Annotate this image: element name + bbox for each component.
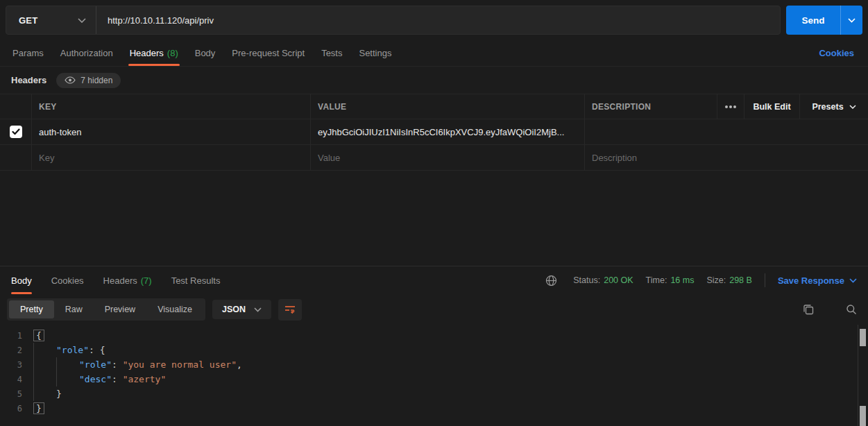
headers-table: KEY VALUE DESCRIPTION Bulk Edit Presets — [0, 94, 868, 171]
method-dropdown[interactable]: GET — [6, 6, 96, 34]
cookies-link[interactable]: Cookies — [809, 40, 864, 66]
hidden-headers-label: 7 hidden — [80, 76, 112, 85]
tab-authorization[interactable]: Authorization — [52, 40, 121, 66]
fold-marker[interactable]: { — [33, 330, 44, 341]
bulk-edit-button[interactable]: Bulk Edit — [744, 94, 800, 119]
fold-marker[interactable]: } — [33, 402, 44, 414]
tab-body[interactable]: Body — [187, 40, 224, 66]
chevron-down-icon — [848, 18, 856, 23]
header-value-cell[interactable]: eyJhbGciOiJIUzI1NiIsInR5cCI6IkpXVCJ9.eyJ… — [311, 119, 585, 144]
new-key-input[interactable]: Key — [32, 145, 311, 170]
eye-icon — [65, 76, 76, 84]
request-panel-empty-space — [0, 171, 868, 266]
scrollbar-thumb[interactable] — [860, 406, 866, 426]
status-value: 200 OK — [604, 275, 633, 285]
code-line-5: 5 } — [0, 386, 868, 401]
column-header-key: KEY — [39, 102, 57, 112]
headers-count: (8) — [167, 48, 178, 58]
chevron-down-icon — [254, 307, 262, 312]
url-text: http://10.10.11.120/api/priv — [108, 15, 214, 26]
wrap-text-icon — [284, 305, 296, 314]
time-value: 16 ms — [670, 275, 694, 285]
divider — [765, 273, 765, 287]
code-line-6: 6 } — [0, 401, 868, 416]
response-tab-test-results[interactable]: Test Results — [171, 266, 221, 294]
line-number: 4 — [0, 375, 33, 384]
view-visualize[interactable]: Visualize — [146, 300, 203, 318]
tab-headers[interactable]: Headers (8) — [121, 40, 187, 66]
indent-guide — [33, 386, 56, 401]
headers-meta-row: Headers 7 hidden — [0, 67, 868, 94]
request-tabs: Params Authorization Headers (8) Body Pr… — [0, 40, 868, 67]
view-pretty[interactable]: Pretty — [9, 300, 54, 318]
wrap-text-button[interactable] — [278, 299, 302, 321]
view-preview[interactable]: Preview — [94, 300, 146, 318]
response-tabs: Body Cookies Headers (7) Test Results St… — [0, 266, 868, 294]
save-response-button[interactable]: Save Response — [778, 275, 857, 286]
headers-table-header: KEY VALUE DESCRIPTION Bulk Edit Presets — [0, 94, 868, 119]
send-button[interactable]: Send — [786, 6, 862, 35]
indent-guide — [33, 357, 56, 372]
indent-guide — [56, 357, 79, 372]
line-number: 6 — [0, 404, 33, 414]
more-actions-icon — [725, 105, 728, 108]
tab-settings[interactable]: Settings — [350, 40, 400, 66]
line-number: 1 — [0, 331, 33, 341]
indent-guide — [33, 343, 56, 357]
response-tab-body[interactable]: Body — [11, 266, 32, 294]
send-label[interactable]: Send — [786, 6, 840, 35]
header-row-auth-token: auth-token eyJhbGciOiJIUzI1NiIsInR5cCI6I… — [0, 119, 868, 145]
column-header-value: VALUE — [318, 102, 346, 112]
search-icon[interactable] — [842, 300, 861, 319]
size-metric: Size: 298 B — [706, 275, 751, 285]
chevron-down-icon — [849, 278, 857, 283]
format-dropdown[interactable]: JSON — [212, 300, 271, 319]
indent-guide — [56, 372, 79, 386]
request-bar: GET http://10.10.11.120/api/priv — [6, 6, 781, 35]
header-select-column — [0, 94, 32, 119]
response-tab-headers[interactable]: Headers (7) — [103, 266, 152, 294]
header-key-cell[interactable]: auth-token — [32, 119, 311, 144]
column-header-description: DESCRIPTION — [592, 102, 651, 112]
code-line-3: 3 "role": "you are normal user", — [0, 357, 868, 372]
line-number: 3 — [0, 360, 33, 370]
tab-params[interactable]: Params — [4, 40, 52, 66]
row-checkbox[interactable] — [10, 126, 22, 138]
line-number: 5 — [0, 389, 33, 399]
hidden-headers-toggle[interactable]: 7 hidden — [56, 73, 121, 88]
scrollbar-thumb[interactable] — [860, 329, 866, 346]
response-panel: Body Cookies Headers (7) Test Results St… — [0, 266, 868, 426]
status-metric: Status: 200 OK — [573, 275, 633, 285]
header-row-empty: Key Value Description — [0, 145, 868, 171]
view-mode-switch: Pretty Raw Preview Visualize — [7, 298, 205, 321]
tab-tests[interactable]: Tests — [313, 40, 350, 66]
size-value: 298 B — [729, 275, 752, 285]
response-tab-cookies[interactable]: Cookies — [51, 266, 84, 294]
presets-dropdown[interactable]: Presets — [800, 94, 868, 119]
time-metric: Time: 16 ms — [646, 275, 695, 285]
response-meta: Status: 200 OK Time: 16 ms Size: 298 B S… — [541, 266, 857, 294]
chevron-down-icon — [78, 18, 86, 23]
chevron-down-icon — [849, 105, 856, 109]
response-headers-count: (7) — [141, 275, 152, 286]
more-actions-button[interactable] — [717, 94, 744, 119]
new-description-input[interactable]: Description — [585, 145, 868, 170]
globe-icon[interactable] — [541, 271, 561, 290]
view-raw[interactable]: Raw — [54, 300, 94, 318]
new-value-input[interactable]: Value — [311, 145, 585, 170]
method-label: GET — [19, 15, 37, 26]
indent-guide — [33, 372, 56, 386]
header-description-cell[interactable] — [585, 119, 868, 144]
response-view-toolbar: Pretty Raw Preview Visualize JSON — [0, 294, 868, 325]
line-number: 2 — [0, 346, 33, 355]
url-input[interactable]: http://10.10.11.120/api/priv — [96, 6, 780, 34]
code-line-1: 1 { — [0, 328, 868, 343]
copy-icon[interactable] — [799, 300, 818, 319]
send-options-button[interactable] — [840, 6, 862, 35]
headers-section-title: Headers — [11, 75, 46, 85]
request-url-row: GET http://10.10.11.120/api/priv Send — [0, 0, 868, 40]
code-line-2: 2 "role": { — [0, 343, 868, 357]
scrollbar-track[interactable] — [858, 325, 868, 426]
tab-pre-request-script[interactable]: Pre-request Script — [223, 40, 313, 66]
postman-window: GET http://10.10.11.120/api/priv Send Pa… — [0, 0, 868, 426]
